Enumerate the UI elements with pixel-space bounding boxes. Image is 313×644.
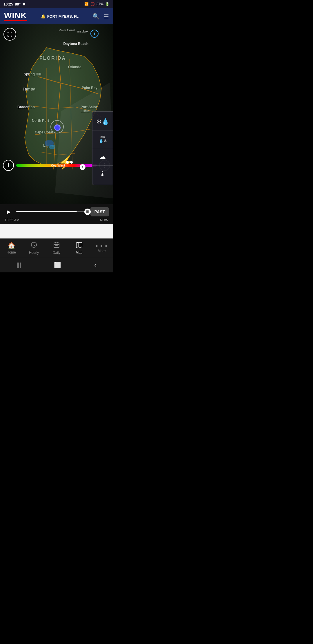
status-right: 📶 🚫 37% 🔋 [84, 2, 110, 6]
svg-rect-5 [57, 245, 58, 246]
24h-rain-icon: 💧❄ [99, 138, 107, 143]
home-nav-icon: 🏠 [8, 242, 15, 249]
cape-coral-label: Cape Coral [35, 130, 53, 134]
header-actions: 🔍 ☰ [92, 13, 109, 20]
more-nav-icon: ● ● ● [95, 243, 108, 248]
scale-markers [66, 161, 73, 164]
user-location-pin [54, 124, 61, 131]
nav-daily[interactable]: Daily [46, 242, 67, 255]
nav-more[interactable]: ● ● ● More [92, 243, 112, 253]
scrubber-fill [16, 211, 77, 212]
start-time-label: 10:55 AM [5, 218, 19, 222]
scrubber-thumb[interactable] [84, 209, 91, 215]
time-labels: 10:55 AM NOW [4, 218, 109, 222]
map-info-button[interactable]: i [90, 30, 99, 38]
tampa-label: Tampa [23, 87, 35, 91]
app-logo: WINK [4, 12, 27, 21]
location-text: FORT MYERS, FL [47, 14, 79, 19]
cloud-icon: ☁ [99, 153, 106, 160]
bell-icon: 🔔 [41, 14, 46, 19]
thumb-grip [86, 210, 89, 213]
play-button[interactable]: ▶ [4, 207, 13, 216]
cloud-layer-button[interactable]: ☁ [92, 148, 113, 166]
daily-nav-label: Daily [53, 251, 61, 255]
orlando-label: Orlando [68, 65, 81, 69]
scale-marker-2 [70, 161, 73, 164]
map-nav-icon [76, 242, 83, 250]
weather-strip [0, 224, 113, 238]
bottom-navigation: 🏠 Home Hourly Daily [0, 238, 113, 257]
play-icon: ▶ [7, 209, 11, 215]
bradenton-label: Bradenton [17, 105, 35, 109]
24h-label: 24h [100, 135, 105, 138]
search-icon[interactable]: 🔍 [92, 13, 100, 20]
key-west-map-label: Key West [51, 164, 65, 167]
info-icon: i [8, 163, 9, 168]
playback-bar: ▶ PAST 10:55 AM NOW [0, 204, 113, 224]
rain-snow-icon: ❄💧 [96, 118, 109, 126]
24h-layer-button[interactable]: 24h 💧❄ [92, 131, 113, 148]
hourly-nav-label: Hourly [29, 251, 39, 255]
home-nav-label: Home [7, 250, 16, 254]
hourly-nav-icon [31, 242, 37, 250]
nav-map[interactable]: Map [69, 242, 89, 255]
menu-icon[interactable]: ☰ [104, 13, 109, 20]
status-x-icon: ✖ [22, 2, 26, 6]
app-header: WINK 🔔 FORT MYERS, FL 🔍 ☰ [0, 8, 113, 24]
scrubber-track[interactable] [16, 211, 88, 212]
scale-info-button[interactable]: i [3, 160, 14, 171]
system-back-button[interactable]: ‹ [94, 261, 97, 269]
radar-blob-2 [49, 145, 55, 149]
more-nav-label: More [98, 249, 105, 253]
scale-marker-1 [66, 161, 69, 164]
nav-hourly[interactable]: Hourly [24, 242, 44, 255]
battery-pct: 37% [97, 2, 103, 6]
svg-rect-2 [54, 243, 59, 247]
spring-hill-label: Spring Hill [24, 72, 41, 76]
system-home-button[interactable]: ⬜ [54, 261, 61, 268]
past-button[interactable]: PAST [90, 207, 109, 216]
map-view[interactable]: Palm Coast Daytona Beach mapbox i FLORID… [0, 24, 113, 204]
battery-icon: 🔋 [105, 2, 110, 6]
svg-rect-4 [56, 245, 57, 246]
status-bar: 10:25 89° ✖ 📶 🚫 37% 🔋 [0, 0, 113, 8]
expand-map-button[interactable] [3, 28, 16, 41]
rain-snow-layer-button[interactable]: ❄💧 [92, 113, 113, 131]
thermometer-icon: 🌡 [99, 170, 106, 178]
layer-panel: ❄💧 24h 💧❄ ☁ 🌡 [92, 111, 113, 185]
palm-coast-label: Palm Coast [59, 28, 75, 32]
daily-nav-icon [53, 242, 60, 250]
highway-badge: 1 [80, 164, 85, 170]
block-icon: 🚫 [90, 2, 95, 6]
nav-home[interactable]: 🏠 Home [1, 242, 21, 254]
temperature-layer-button[interactable]: 🌡 [92, 166, 113, 183]
mapbox-attribution: mapbox [77, 30, 88, 33]
location-display[interactable]: 🔔 FORT MYERS, FL [41, 14, 79, 19]
north-port-label: North Port [32, 119, 49, 123]
end-time-label: NOW [100, 218, 108, 222]
palm-bay-label: Palm Bay [82, 86, 97, 90]
daytona-beach-label: Daytona Beach [63, 42, 88, 46]
svg-rect-3 [55, 245, 56, 246]
playback-controls: ▶ PAST [4, 207, 109, 216]
system-navigation: ||| ⬜ ‹ [0, 257, 113, 272]
system-menu-button[interactable]: ||| [17, 262, 21, 268]
florida-label: FLORIDA [39, 56, 66, 61]
status-time: 10:25 [3, 2, 13, 6]
map-nav-label: Map [76, 251, 82, 255]
status-temp: 89° [15, 2, 21, 6]
wifi-icon: 📶 [84, 2, 89, 6]
